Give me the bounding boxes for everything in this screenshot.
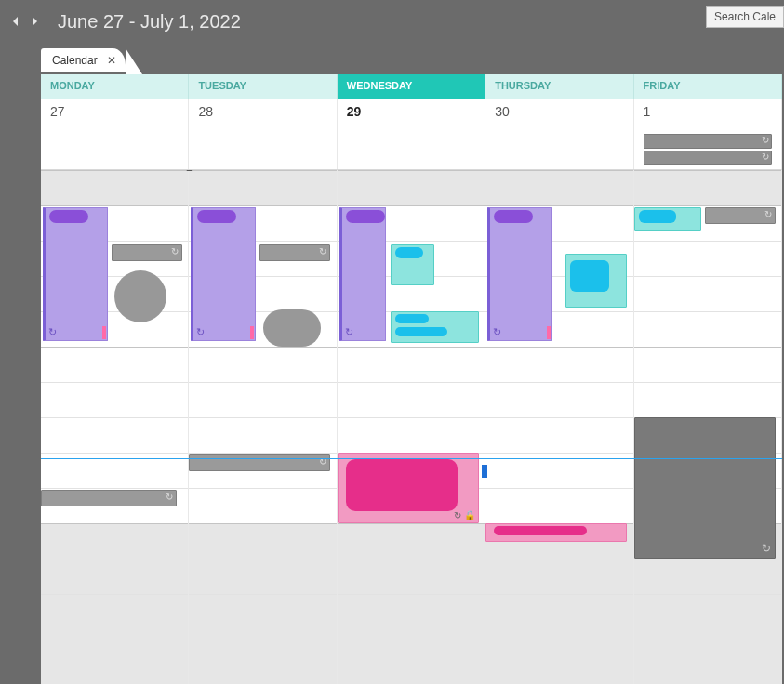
calendar-event[interactable] [112, 244, 182, 261]
calendar-event[interactable] [634, 417, 776, 559]
date-cell-tue[interactable]: 28 [189, 99, 337, 169]
date-cell-thu[interactable]: 30 [485, 99, 633, 169]
search-calendar-button[interactable]: Search Cale [706, 6, 784, 28]
calendar-event[interactable] [391, 311, 479, 343]
calendar-event[interactable] [189, 454, 330, 471]
grid-body: ▲ [41, 170, 782, 684]
day-header-friday[interactable]: FRIDAY [634, 74, 782, 99]
date-cell-mon[interactable]: 27 [41, 99, 189, 169]
day-headers: MONDAY TUESDAY WEDNESDAY THURSDAY FRIDAY [41, 74, 782, 99]
collapse-caret-icon[interactable]: ▲ [184, 170, 193, 173]
allday-event[interactable] [644, 134, 772, 149]
redaction-scribble [263, 309, 321, 347]
calendar-event[interactable] [485, 523, 627, 542]
calendar-event[interactable] [391, 244, 435, 285]
calendar-event[interactable] [41, 490, 177, 506]
allday-event[interactable] [644, 151, 772, 165]
day-header-monday[interactable]: MONDAY [41, 74, 189, 99]
day-column-wed[interactable]: ↻ 🔒 [338, 170, 485, 684]
calendar-event[interactable] [339, 207, 387, 341]
date-cell-wed[interactable]: 29 [338, 99, 485, 169]
calendar-view: MONDAY TUESDAY WEDNESDAY THURSDAY FRIDAY… [41, 74, 782, 684]
header-bar: June 27 - July 1, 2022 Search Cale [0, 0, 784, 43]
time-grid: 7AM 8 9 10 11 12PM 1 2 3 4 5 6 [41, 170, 782, 684]
calendar-event[interactable]: ↻ 🔒 [338, 453, 479, 523]
calendar-event[interactable] [634, 207, 702, 231]
day-column-thu[interactable] [485, 170, 633, 684]
next-week-button[interactable] [28, 15, 41, 28]
tab-label: Calendar [52, 54, 98, 67]
recurring-private-icon: ↻ 🔒 [454, 510, 475, 520]
date-range-label: June 27 - July 1, 2022 [58, 11, 241, 33]
close-icon[interactable]: ✕ [107, 54, 116, 67]
calendar-event[interactable] [705, 207, 776, 224]
calendar-event[interactable] [487, 207, 552, 341]
day-column-mon[interactable] [41, 170, 189, 684]
day-header-thursday[interactable]: THURSDAY [485, 74, 633, 99]
tab-calendar[interactable]: Calendar ✕ [41, 48, 126, 72]
redaction-scribble [114, 270, 166, 322]
day-header-wednesday[interactable]: WEDNESDAY [338, 74, 485, 99]
calendar-event[interactable] [259, 244, 330, 261]
calendar-event[interactable] [43, 207, 108, 341]
date-row: 27 28 29 30 1 [41, 99, 782, 170]
day-column-fri[interactable] [634, 170, 782, 684]
day-column-tue[interactable] [189, 170, 337, 684]
day-header-tuesday[interactable]: TUESDAY [189, 74, 337, 99]
calendar-event[interactable] [191, 207, 256, 341]
calendar-event[interactable] [565, 254, 628, 308]
current-time-line [41, 458, 782, 459]
current-time-marker [482, 465, 487, 478]
date-cell-fri[interactable]: 1 [634, 99, 782, 169]
tab-strip: Calendar ✕ [41, 48, 126, 72]
prev-week-button[interactable] [9, 15, 22, 28]
week-nav [9, 15, 41, 28]
